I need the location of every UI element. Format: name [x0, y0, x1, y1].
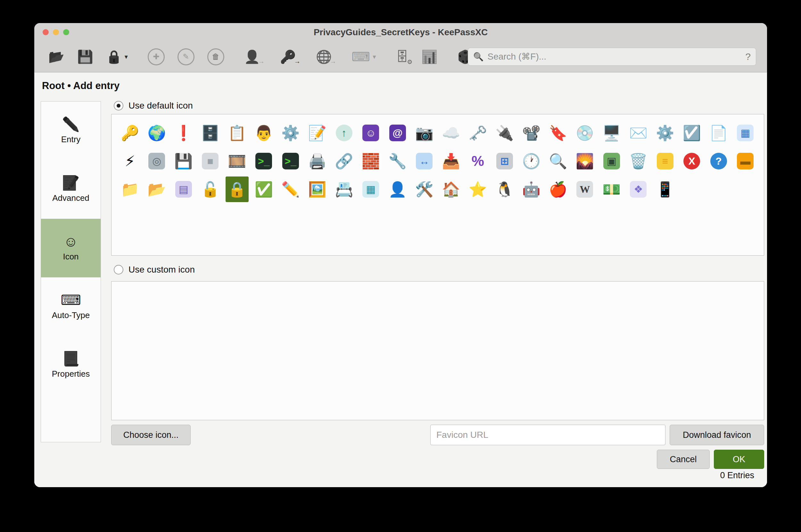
default-icon-reception-desk[interactable]: 👤	[386, 176, 409, 202]
toolbar-lock-database-button[interactable]: 🔒▾	[106, 50, 128, 63]
default-icon-identity-card[interactable]: ☺	[359, 120, 382, 146]
default-icon-plug[interactable]: 🔌	[493, 120, 516, 146]
default-icon-clipboard[interactable]: 📋	[226, 120, 249, 146]
default-icon-percent[interactable]: %	[466, 148, 489, 174]
search-box[interactable]: 🔍 ?	[468, 48, 756, 66]
default-icon-lightning[interactable]: ⚡	[118, 148, 142, 174]
default-icon-spreadsheet[interactable]: ▦	[359, 176, 382, 202]
toolbar-copy-url-button[interactable]: 🌐→	[316, 50, 332, 63]
default-icon-printer[interactable]: 🖨️	[306, 148, 329, 174]
toolbar-perform-autotype-button[interactable]: ⌨▾	[352, 50, 376, 63]
default-icon-film-reel[interactable]: 🎞️	[226, 148, 249, 174]
default-icon-camera[interactable]: 📷	[413, 120, 436, 146]
default-icon-checkmark[interactable]: ✅	[252, 176, 275, 202]
toolbar-copy-username-button[interactable]: 👤→	[244, 50, 260, 63]
default-icon-home[interactable]: 🏠	[440, 176, 463, 202]
default-icon-network-diagram[interactable]: 🔗	[333, 148, 356, 174]
default-icon-folder-open[interactable]: 📂	[145, 176, 168, 202]
default-icon-screen-width[interactable]: ↔	[413, 148, 436, 174]
default-icon-search[interactable]: 🔍	[546, 148, 570, 174]
default-icon-email-book[interactable]: @	[386, 120, 409, 146]
default-icon-cancel-x[interactable]: X	[680, 148, 703, 174]
default-icon-user[interactable]: 👨	[252, 120, 275, 146]
default-icon-picture-mountains[interactable]: 🌄	[573, 148, 596, 174]
default-icon-email[interactable]: ✉️	[627, 120, 650, 146]
favicon-url-input[interactable]	[430, 425, 666, 445]
sidebar-item-icon[interactable]: ☺Icon	[41, 219, 100, 278]
default-icon-trash[interactable]: 🗑️	[627, 148, 650, 174]
default-icon-world[interactable]: 🌍	[145, 120, 168, 146]
sidebar-item-properties[interactable]: 📃Properties	[41, 336, 100, 395]
default-icon-terminal-key[interactable]: >_	[252, 148, 275, 174]
default-icon-mobile-phone[interactable]: 📱	[654, 176, 677, 202]
default-icon-tools[interactable]: 🛠️	[413, 176, 436, 202]
cancel-button[interactable]: Cancel	[657, 450, 710, 469]
default-icon-wikipedia[interactable]: W	[573, 176, 596, 202]
default-icon-floppy[interactable]: 💾	[172, 148, 195, 174]
help-icon[interactable]: ?	[745, 51, 751, 62]
default-icon-gear[interactable]: ⚙️	[654, 120, 677, 146]
default-icon-gears[interactable]: ⚙️	[279, 120, 302, 146]
default-icon-network-drive[interactable]: ■	[199, 148, 222, 174]
default-icon-apple[interactable]: 🍎	[546, 176, 570, 202]
default-icon-disc[interactable]: 💿	[573, 120, 596, 146]
default-icon-monitor[interactable]: 🖥️	[600, 120, 623, 146]
default-icon-certificate[interactable]: ❖	[627, 176, 650, 202]
default-icon-cloud[interactable]: ☁️	[440, 120, 463, 146]
default-icon-help-question[interactable]: ?	[707, 148, 730, 174]
default-icon-sticky-note[interactable]: ≡	[654, 148, 677, 174]
sidebar-item-auto-type[interactable]: ⌨Auto-Type	[41, 278, 100, 336]
default-icon-windows[interactable]: ⊞	[493, 148, 516, 174]
default-icon-password-key[interactable]: 🔑	[118, 120, 142, 146]
default-icon-lock-open[interactable]: 🔓	[199, 176, 222, 202]
toolbar-save-database-button[interactable]: 💾	[77, 50, 93, 63]
use-custom-icon-radio[interactable]	[114, 265, 123, 274]
toolbar-add-entry-button[interactable]: ✚	[148, 49, 165, 65]
minimize-button[interactable]	[53, 29, 59, 35]
default-icon-firewall[interactable]: 🧱	[359, 148, 382, 174]
default-icon-folder[interactable]: 📁	[118, 176, 142, 202]
default-icon-linux-tux[interactable]: 🐧	[493, 176, 516, 202]
toolbar-open-database-button[interactable]: 📂	[49, 50, 64, 63]
default-icon-package[interactable]: ▬	[734, 148, 757, 174]
toolbar-copy-password-button[interactable]: 🔑→	[280, 50, 296, 63]
default-icon-lock[interactable]: 🔒	[226, 176, 249, 202]
sidebar-item-entry[interactable]: ✏️Entry	[41, 101, 100, 160]
choose-icon-button[interactable]: Choose icon...	[111, 425, 191, 445]
default-icon-notepad[interactable]: 📝	[306, 120, 329, 146]
default-icon-window-layout[interactable]: ▦	[734, 120, 757, 146]
default-icon-warning[interactable]: ❗	[172, 120, 195, 146]
default-icon-projector[interactable]: 📽️	[520, 120, 543, 146]
default-icon-clock[interactable]: 🕐	[520, 148, 543, 174]
default-icon-bookmark[interactable]: 🔖	[546, 120, 570, 146]
default-icon-keychain[interactable]: 🗝️	[466, 120, 489, 146]
default-icon-network-server[interactable]: 🗄️	[199, 120, 222, 146]
default-icon-android[interactable]: 🤖	[520, 176, 543, 202]
default-icon-archive-folder[interactable]: 📥	[440, 148, 463, 174]
close-button[interactable]	[43, 29, 49, 35]
use-default-icon-radio-row[interactable]: Use default icon	[114, 100, 193, 111]
default-icon-star[interactable]: ⭐	[466, 176, 489, 202]
default-icon-terminal[interactable]: >_	[279, 148, 302, 174]
default-icon-money[interactable]: 💵	[600, 176, 623, 202]
ok-button[interactable]: OK	[714, 450, 764, 469]
toolbar-edit-entry-button[interactable]: ✎	[178, 49, 194, 65]
default-icon-wrench[interactable]: 🔧	[386, 148, 409, 174]
default-icon-server-key[interactable]: ▤	[172, 176, 195, 202]
default-icon-memory-chip[interactable]: ▣	[600, 148, 623, 174]
default-icon-upload-arrow[interactable]: ↑	[333, 120, 356, 146]
default-icon-safe[interactable]: ◎	[145, 148, 168, 174]
download-favicon-button[interactable]: Download favicon	[670, 425, 764, 445]
zoom-button[interactable]	[63, 29, 69, 35]
use-default-icon-radio[interactable]	[114, 101, 123, 111]
default-icon-image-file[interactable]: 🖼️	[306, 176, 329, 202]
toolbar-delete-entry-button[interactable]: 🗑	[207, 49, 224, 65]
default-icon-pencil[interactable]: ✏️	[279, 176, 302, 202]
toolbar-database-settings-button[interactable]: 🗄⚙	[396, 50, 409, 63]
default-icon-clipboard-check[interactable]: ☑️	[680, 120, 703, 146]
default-icon-new-file[interactable]: 📄	[707, 120, 730, 146]
use-custom-icon-radio-row[interactable]: Use custom icon	[114, 265, 195, 275]
default-icon-contact-card[interactable]: 📇	[333, 176, 356, 202]
toolbar-reports-button[interactable]: 📊	[421, 50, 437, 63]
sidebar-item-advanced[interactable]: 📝Advanced	[41, 160, 100, 219]
